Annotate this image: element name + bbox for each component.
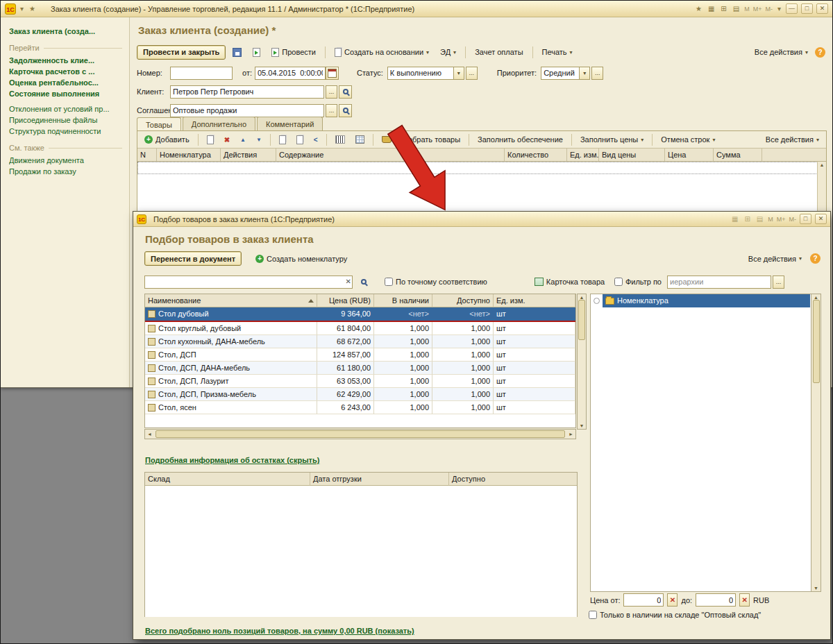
tab-comment[interactable]: Комментарий: [257, 117, 323, 130]
picker-all-actions-button[interactable]: Все действия▾: [744, 251, 806, 266]
copy-clipboard-button[interactable]: [275, 133, 290, 147]
product-row[interactable]: Стол круглый, дубовый 61 804,00 1,000 1,…: [145, 322, 575, 335]
pick-products-button[interactable]: Подобрать товары: [378, 133, 464, 147]
only-in-stock-checkbox[interactable]: [589, 611, 597, 619]
sidebar-item-fulfillment-state[interactable]: Состояние выполнения: [9, 90, 122, 98]
stock-header-ship-date[interactable]: Дата отгрузки: [310, 473, 449, 486]
payment-offset-button[interactable]: Зачет оплаты: [471, 45, 527, 60]
date-input[interactable]: [255, 67, 326, 80]
priority-input[interactable]: [541, 67, 580, 80]
product-row[interactable]: Стол, ясен 6 243,00 1,000 1,000 шт: [145, 401, 575, 414]
tree-expander-icon[interactable]: [594, 298, 600, 304]
price-from-input[interactable]: [623, 593, 664, 607]
main-menu-dropdown-icon[interactable]: ▾: [19, 5, 25, 12]
scroll-down-icon[interactable]: ▼: [814, 586, 818, 591]
memory-m-button[interactable]: M: [768, 216, 773, 223]
minimize-button[interactable]: —: [786, 3, 798, 14]
scroll-thumb[interactable]: [155, 430, 565, 438]
grid-header-unit[interactable]: Ед. изм.: [567, 149, 599, 161]
number-input[interactable]: [170, 67, 233, 80]
delete-row-button[interactable]: ✖: [220, 133, 234, 147]
fill-supply-button[interactable]: Заполнить обеспечение: [473, 133, 567, 147]
titlebar-caret-icon[interactable]: ▾: [776, 5, 782, 12]
stock-table-body[interactable]: [145, 486, 577, 617]
clear-price-from-icon[interactable]: ✕: [667, 593, 678, 607]
fill-prices-button[interactable]: Заполнить цены▾: [576, 133, 648, 147]
sidebar-item-sales-by-order[interactable]: Продажи по заказу: [9, 167, 122, 176]
priority-dropdown-icon[interactable]: ▾: [580, 67, 590, 80]
tree-root-selected[interactable]: Номенклатура: [603, 294, 810, 307]
scroll-up-icon[interactable]: ▲: [814, 295, 818, 300]
product-row[interactable]: Стол кухонный, ДАНА-мебель 68 672,00 1,0…: [145, 335, 575, 348]
empty-row-placeholder[interactable]: [137, 162, 826, 174]
sidebar-item-profitability[interactable]: Оценка рентабельнос...: [9, 78, 122, 87]
grid-header-n[interactable]: N: [137, 149, 157, 161]
memory-mminus-button[interactable]: M-: [789, 216, 797, 223]
header-unit[interactable]: Ед. изм.: [494, 294, 575, 307]
status-ellipsis-button[interactable]: ...: [466, 67, 478, 80]
calculator-icon[interactable]: ▦: [707, 5, 716, 12]
picker-close-button[interactable]: ✕: [815, 214, 827, 224]
grid-all-actions-button[interactable]: Все действия▾: [762, 133, 823, 147]
scroll-up-icon[interactable]: ▲: [820, 162, 825, 167]
tab-products[interactable]: Товары: [137, 117, 181, 132]
paste-clipboard-button[interactable]: [292, 133, 308, 147]
scroll-left-icon[interactable]: ◄: [145, 432, 154, 437]
exact-match-option[interactable]: По точному соответствию: [385, 278, 487, 286]
share-button[interactable]: <: [310, 133, 322, 147]
transfer-to-document-button[interactable]: Перенести в документ: [144, 251, 242, 266]
memory-m-button[interactable]: M: [744, 6, 750, 12]
history-star-icon[interactable]: ★: [694, 5, 703, 12]
search-button[interactable]: [357, 275, 371, 289]
grid-header-price-kind[interactable]: Вид цены: [599, 149, 665, 161]
scroll-thumb[interactable]: [813, 300, 820, 383]
save-button[interactable]: [228, 45, 246, 60]
calendar-grid-icon[interactable]: ⊞: [719, 5, 727, 12]
header-available[interactable]: Доступно: [432, 294, 494, 307]
header-price[interactable]: Цена (RUB): [317, 294, 374, 307]
grid-header-price[interactable]: Цена: [665, 149, 714, 161]
grid-header-nomenclature[interactable]: Номенклатура: [157, 149, 221, 161]
copy-row-button[interactable]: [203, 133, 218, 147]
sidebar-item-settlement-card[interactable]: Карточка расчетов с ...: [9, 67, 122, 76]
favorites-star-icon[interactable]: ★: [28, 5, 37, 12]
cancel-rows-button[interactable]: Отмена строк▾: [657, 133, 719, 147]
sidebar-item-deviations[interactable]: Отклонения от условий пр...: [9, 105, 122, 113]
memory-mplus-button[interactable]: M+: [753, 6, 762, 12]
picker-help-button[interactable]: ?: [810, 253, 821, 264]
status-dropdown-icon[interactable]: ▾: [454, 67, 464, 80]
stock-details-link[interactable]: Подробная информация об остатках (скрыть…: [145, 456, 319, 464]
client-input[interactable]: [170, 85, 324, 99]
print-button[interactable]: Печать▾: [538, 45, 577, 60]
close-button[interactable]: ✕: [816, 3, 828, 14]
grid-header-sum[interactable]: Сумма: [714, 149, 762, 161]
header-name[interactable]: Наименование: [145, 294, 317, 307]
sidebar-item-document-movements[interactable]: Движения документа: [9, 156, 122, 164]
grid-header-actions[interactable]: Действия: [221, 149, 276, 161]
move-down-button[interactable]: ▼: [252, 133, 266, 147]
picker-table-hscrollbar[interactable]: ◄ ►: [144, 429, 576, 439]
product-row[interactable]: Стол, ДСП 124 857,00 1,000 1,000 шт: [145, 348, 575, 362]
add-row-button[interactable]: +Добавить: [140, 133, 194, 147]
memory-mminus-button[interactable]: M-: [765, 6, 773, 12]
table-grid-icon[interactable]: ▤: [755, 215, 764, 223]
filter-by-option[interactable]: Фильтр по: [614, 278, 662, 286]
clear-price-to-icon[interactable]: ✕: [739, 593, 750, 607]
sidebar-item-attached-files[interactable]: Присоединенные файлы: [9, 116, 122, 124]
hierarchy-combo[interactable]: [667, 276, 771, 289]
help-button[interactable]: ?: [815, 47, 825, 58]
stock-header-available[interactable]: Доступно: [449, 473, 577, 486]
price-to-input[interactable]: [696, 593, 736, 607]
move-up-button[interactable]: ▲: [236, 133, 250, 147]
grid-header-content[interactable]: Содержание: [276, 149, 505, 161]
picker-table-vscrollbar[interactable]: ▲ ▼: [577, 294, 587, 430]
scroll-thumb[interactable]: [578, 300, 585, 340]
exact-match-checkbox[interactable]: [385, 278, 393, 286]
search-input[interactable]: [144, 276, 353, 289]
maximize-button[interactable]: □: [801, 3, 813, 14]
hierarchy-ellipsis-button[interactable]: ...: [773, 276, 784, 289]
calendar-button[interactable]: [326, 67, 339, 80]
agreement-ellipsis-button[interactable]: ...: [326, 104, 337, 117]
product-row-selected[interactable]: Стол дубовый 9 364,00 <нет> <нет> шт: [145, 307, 575, 322]
grid-header-quantity[interactable]: Количество: [505, 149, 567, 161]
